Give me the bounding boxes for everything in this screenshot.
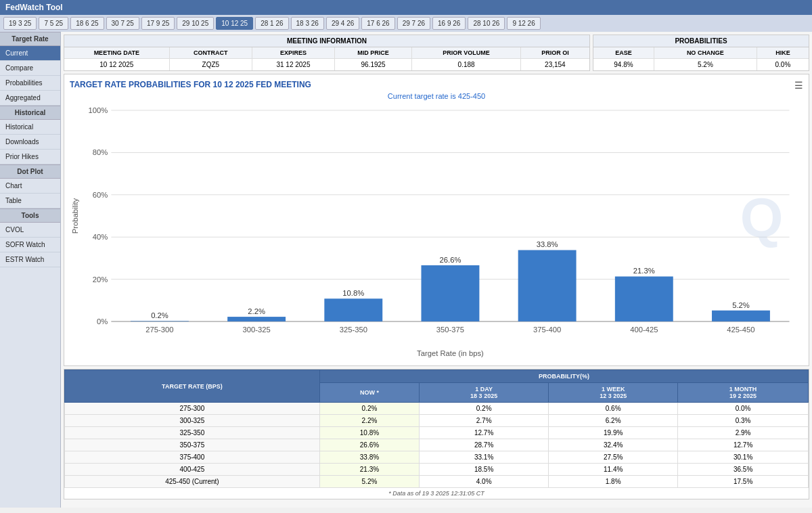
meeting-info-col-header: MEETING DATE [64, 47, 169, 59]
meeting-tab[interactable]: 30 7 25 [106, 17, 139, 30]
svg-text:2.2%: 2.2% [248, 307, 265, 315]
svg-text:300-325: 300-325 [242, 326, 270, 334]
sidebar-item[interactable]: CVOL [0, 223, 60, 238]
svg-text:5.2%: 5.2% [732, 301, 750, 309]
table-cell: 12.7% [678, 439, 809, 451]
sidebar-item[interactable]: Downloads [0, 135, 60, 150]
sidebar-item[interactable]: Prior Hikes [0, 150, 60, 164]
prob-col-header: NO CHANGE [654, 47, 757, 59]
table-cell: 425-450 (Current) [65, 476, 320, 488]
chart-svg-container: 0%20%40%60%80%100%Probability0.2%275-300… [70, 103, 803, 360]
svg-text:0.2%: 0.2% [151, 311, 168, 319]
table-cell: 2.7% [420, 415, 549, 427]
table-cell: 0.0% [678, 403, 809, 415]
table-cell: 12.7% [420, 427, 549, 439]
sidebar-item[interactable]: Table [0, 194, 60, 208]
meeting-info-col-header: PRIOR OI [520, 47, 589, 59]
sidebar-section-header: Tools [0, 208, 60, 223]
1week-subheader: 1 WEEK 12 3 2025 [549, 383, 678, 403]
meeting-info-cell: 31 12 2025 [252, 59, 335, 71]
meeting-tab[interactable]: 18 6 25 [70, 17, 104, 30]
probabilities-box: PROBABILITIES EASENO CHANGEHIKE 94.8%5.2… [593, 35, 809, 71]
meeting-tab[interactable]: 17 9 25 [141, 17, 175, 30]
meeting-tab[interactable]: 29 10 25 [177, 17, 214, 30]
menu-icon[interactable]: ☰ [794, 80, 803, 91]
table-row: 325-35010.8%12.7%19.9%2.9% [65, 427, 809, 439]
meeting-info-col-header: MID PRICE [334, 47, 412, 59]
table-cell: 325-350 [65, 427, 320, 439]
main-content: MEETING INFORMATION MEETING DATECONTRACT… [61, 32, 812, 508]
svg-rect-20 [324, 298, 382, 321]
sidebar-section-header: Dot Plot [0, 164, 60, 179]
sidebar-item[interactable]: Aggregated [0, 91, 60, 106]
table-cell: 0.2% [319, 403, 419, 415]
meeting-tab[interactable]: 16 9 26 [432, 17, 466, 30]
table-row: 300-3252.2%2.7%6.2%0.3% [65, 415, 809, 427]
meeting-tab[interactable]: 29 7 26 [397, 17, 430, 30]
svg-text:21.3%: 21.3% [633, 267, 655, 275]
svg-rect-17 [227, 317, 286, 321]
meeting-info-cell: 0.188 [412, 59, 520, 71]
sidebar-section-header: Target Rate [0, 32, 60, 46]
meeting-tab[interactable]: 19 3 25 [3, 17, 37, 30]
svg-rect-26 [518, 250, 577, 321]
meeting-info-cell: 23,154 [520, 59, 589, 71]
meeting-tab[interactable]: 28 10 26 [468, 17, 505, 30]
table-cell: 36.5% [678, 464, 809, 476]
sidebar-item[interactable]: Historical [0, 120, 60, 135]
table-cell: 375-400 [65, 451, 320, 464]
svg-text:60%: 60% [93, 191, 108, 199]
probabilities-title: PROBABILITIES [593, 35, 809, 47]
meeting-info-table: MEETING DATECONTRACTEXPIRESMID PRICEPRIO… [64, 47, 589, 70]
meeting-tab[interactable]: 7 5 25 [39, 17, 68, 30]
sidebar-section-header: Historical [0, 106, 60, 120]
meeting-tab[interactable]: 10 12 25 [216, 17, 253, 30]
meeting-info-cell: 10 12 2025 [64, 59, 169, 71]
meeting-info-col-header: PRIOR VOLUME [412, 47, 520, 59]
sidebar-item[interactable]: Compare [0, 61, 60, 76]
sidebar-item[interactable]: SOFR Watch [0, 238, 60, 252]
table-row: 275-3000.2%0.2%0.6%0.0% [65, 403, 809, 415]
probabilities-table: EASENO CHANGEHIKE 94.8%5.2%0.0% [593, 47, 809, 70]
meeting-info-cell: ZQZ5 [169, 59, 252, 71]
table-cell: 32.4% [549, 439, 678, 451]
table-cell: 5.2% [319, 476, 419, 488]
table-cell: 17.5% [678, 476, 809, 488]
meeting-tab[interactable]: 29 4 26 [326, 17, 359, 30]
table-cell: 2.9% [678, 427, 809, 439]
meeting-tab[interactable]: 17 6 26 [361, 17, 394, 30]
svg-text:325-350: 325-350 [340, 326, 367, 334]
table-cell: 275-300 [65, 403, 320, 415]
svg-text:400-425: 400-425 [630, 326, 658, 334]
now-subheader: NOW * [319, 383, 419, 403]
svg-text:100%: 100% [89, 106, 108, 114]
sidebar-item[interactable]: Probabilities [0, 76, 60, 91]
sidebar-item[interactable]: Current [0, 46, 60, 61]
svg-text:Target Rate (in bps): Target Rate (in bps) [417, 349, 484, 357]
meeting-tab[interactable]: 9 12 26 [507, 17, 540, 30]
svg-rect-32 [712, 311, 770, 321]
svg-text:0%: 0% [97, 317, 108, 326]
table-cell: 2.2% [319, 415, 419, 427]
table-cell: 21.3% [319, 464, 419, 476]
svg-text:20%: 20% [93, 275, 108, 284]
meeting-info-title: MEETING INFORMATION [64, 35, 589, 47]
table-cell: 27.5% [549, 451, 678, 464]
title-text: FedWatch Tool [5, 3, 63, 12]
meeting-tab[interactable]: 28 1 26 [255, 17, 288, 30]
sidebar-item[interactable]: ESTR Watch [0, 252, 60, 267]
table-row: 350-37526.6%28.7%32.4%12.7% [65, 439, 809, 451]
meeting-info-col-header: EXPIRES [252, 47, 335, 59]
sidebar: Target RateCurrentCompareProbabilitiesAg… [0, 32, 61, 508]
svg-rect-29 [615, 277, 673, 321]
chart-panel: TARGET RATE PROBABILITIES FOR 10 12 2025… [64, 74, 809, 366]
table-cell: 30.1% [678, 451, 809, 464]
table-cell: 10.8% [319, 427, 419, 439]
meeting-info-cell: 96.1925 [334, 59, 412, 71]
table-cell: 1.8% [549, 476, 678, 488]
prob-col-header: EASE [593, 47, 654, 59]
meeting-tab[interactable]: 18 3 26 [291, 17, 324, 30]
meeting-tabs-row: 19 3 257 5 2518 6 2530 7 2517 9 2529 10 … [0, 15, 812, 32]
table-cell: 11.4% [549, 464, 678, 476]
sidebar-item[interactable]: Chart [0, 179, 60, 194]
